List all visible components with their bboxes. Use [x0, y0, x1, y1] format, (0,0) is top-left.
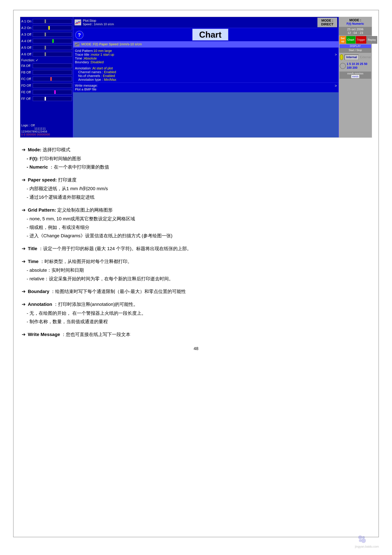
top-bar: Plot:Stop Speed : 1mm/s 10 s/cm MODE : D… — [73, 17, 338, 28]
mm-mn-label: mm/mn — [355, 72, 363, 75]
speed-circle — [340, 63, 346, 69]
annotation-1: - 无，在绘图的开始， 在一个警报器上火纸的一段长度上。 — [27, 309, 370, 317]
question-button[interactable]: ? — [75, 31, 84, 39]
mode-bar-text: MODE :F(t) Paper Speed 1mm/s-10 s/cm — [81, 42, 142, 46]
boundary-term: Boundary — [28, 289, 49, 294]
fa-label: FA Off — [21, 64, 33, 68]
boundary-value: Disabled — [91, 60, 104, 64]
grid-2: - 细或粗，例如，有或没有细分 — [27, 223, 370, 231]
grid-heading-text: Grid Pattern: 定义绘制在图上的网格图形 — [28, 206, 113, 214]
no-channels-label: No.of channels : — [78, 74, 103, 78]
datetime-date: 25 oct 2006 — [340, 28, 371, 31]
no-channels-value: Enabled — [103, 74, 115, 78]
fb-bar[interactable] — [33, 70, 72, 75]
grid-pattern-label: Grid Pattern: — [75, 49, 93, 52]
channel-a4-label: A 4 Off — [21, 39, 33, 43]
chart-button[interactable]: Chart — [346, 36, 356, 44]
channel-a4-bar[interactable] — [33, 39, 72, 43]
grid-1: - none, 5 mm, 10 mm或用其它整数设定定义网格区域 — [27, 215, 370, 223]
channel-a3-bar[interactable] — [33, 32, 72, 37]
speed-numbers-container: 1 5 10 20 25 50 100 200 — [347, 62, 367, 70]
trigger-button[interactable]: Trigger — [356, 36, 366, 44]
channel-a2-label: A 2 On — [21, 26, 33, 30]
paper-speed-arrow: ➔ — [22, 176, 26, 184]
annotation-label: Annotation : — [75, 66, 93, 70]
annotation-desc: ：打印时添加注释(annotation)的可能性。 — [54, 302, 138, 307]
display-label: DISPLAY — [340, 44, 371, 48]
replay-button[interactable]: Replay — [367, 36, 377, 44]
time-mode: Time :Absolute — [75, 57, 337, 60]
time-absolute: - absolute：实时时间和日期 — [27, 266, 370, 274]
paper-speed-1: - 内部额定进纸，从1 mm /h到200 mm/s — [27, 185, 370, 193]
trace-title-value: motor 1 start up — [91, 53, 114, 56]
annotation-value: At start of plot — [93, 66, 113, 70]
mode-ft-label: - F(t): — [27, 156, 39, 161]
grid-desc: 定义绘制在图上的网格图形 — [57, 207, 113, 212]
write-section: Write message: Plot a BMP file > — [73, 83, 338, 92]
boundary-heading-text: Boundary ：绘图结束时写下每个通道限制（最小-最大）和零点位置的可能性 — [28, 288, 186, 295]
fe-bar[interactable] — [33, 90, 72, 95]
time-mode-label: Time : — [75, 57, 84, 60]
channel-a1-bar[interactable] — [33, 19, 72, 23]
mm-s-label: mm/s — [351, 75, 359, 78]
channel-a2-bar[interactable] — [33, 26, 72, 30]
channel-a4: A 4 Off — [21, 38, 72, 44]
fd-bar[interactable] — [33, 83, 72, 88]
write-messages: Write message: Plot a BMP file — [75, 84, 98, 91]
channel-a6-label: A 6 Off — [21, 52, 33, 56]
channel-a5-bar[interactable] — [33, 45, 72, 50]
content-area: ➔ Mode: 选择打印模式 - F(t): 打印有时间轴的图形 - Numer… — [20, 146, 372, 352]
write-para: ➔ Write Message ：您也可直接在纸上写下一段文本 — [22, 331, 370, 338]
paper-speed-heading-row: ➔ Paper speed: 打印速度 — [22, 176, 370, 184]
channel-a5-label: A 5 Off — [21, 46, 33, 50]
grid-pattern: Grid Pattern:10 mm large — [75, 49, 337, 53]
boundary-heading-row: ➔ Boundary ：绘图结束时写下每个通道限制（最小-最大）和零点位置的可能… — [22, 288, 370, 295]
trace-title-label: Trace title : — [75, 53, 91, 56]
time-para: ➔ Time ：时标类型，从绘图开始对每个注释都打印。 - absolute：实… — [22, 258, 370, 283]
setup-button[interactable]: Set up — [340, 36, 346, 44]
title-desc: ：设定一个用于打印的标题 (最大 124 个字符)。标题将出现在纸张的上部。 — [39, 246, 192, 251]
write-term: Write Message — [28, 332, 60, 337]
annotation-type-row: Annotation type : Min/Max — [75, 78, 337, 81]
channel-a6-bar[interactable] — [33, 52, 72, 57]
time-heading-text: Time ：时标类型，从绘图开始对每个注释都打印。 — [28, 258, 132, 265]
speed-label: Speed : 1mm/s 10 s/cm — [83, 22, 114, 26]
mode-numeric-label: MODE : — [340, 18, 371, 22]
logic-bits3: 0 0 000000 00000000 — [21, 133, 72, 136]
start-stop-button[interactable]: Start / Stop — [340, 48, 371, 52]
plot-icon — [75, 19, 81, 25]
ff-bar[interactable] — [33, 96, 72, 101]
svg-point-5 — [361, 538, 366, 543]
write-arrow-sym: ➔ — [22, 331, 26, 338]
fc-bar[interactable] — [33, 77, 72, 81]
write-heading-row: ➔ Write Message ：您也可直接在纸上写下一段文本 — [22, 331, 370, 338]
fa-bar[interactable] — [33, 63, 72, 68]
chart-title-row: ? Chart — [73, 28, 338, 41]
paper-speed-term: Paper speed: — [28, 177, 57, 183]
center-panel: Plot:Stop Speed : 1mm/s 10 s/cm MODE : D… — [73, 17, 339, 138]
channel-fa: FA Off — [21, 63, 72, 69]
grid-arrow-sym: ➔ — [22, 206, 26, 214]
channel-fe: FE Off — [21, 89, 72, 95]
mode-ft-row: - F(t): 打印有时间轴的图形 — [27, 155, 370, 163]
trace-title: Trace title :motor 1 start up > — [75, 53, 337, 57]
mode-arrow: ➔ — [22, 146, 26, 154]
function-row[interactable]: Function: ✓ — [21, 58, 72, 62]
boundary-para: ➔ Boundary ：绘图结束时写下每个通道限制（最小-最大）和零点位置的可能… — [22, 288, 370, 295]
channel-fc: FC Off — [21, 76, 72, 82]
channel-a1: A 1 On — [21, 18, 72, 24]
mode-desc: 选择打印模式 — [43, 147, 70, 152]
channel-a3-label: A 3 Off — [21, 33, 33, 37]
mode-numeric-item-label: - Numeric — [27, 164, 48, 169]
mode-bar: MODE :F(t) Paper Speed 1mm/s-10 s/cm — [73, 41, 338, 48]
internal-button[interactable]: Internal — [345, 55, 359, 60]
channel-a1-label: A 1 On — [21, 19, 33, 23]
external-label: External — [360, 56, 371, 59]
ui-screenshot: A 1 On A 2 On A 3 Off A — [20, 17, 372, 138]
annotation-type-value: Min/Max — [104, 78, 116, 81]
annotation-term: Annotation — [28, 302, 52, 307]
time-arrow: ➔ — [22, 258, 26, 265]
channel-fd: FD Off — [21, 83, 72, 88]
title-term: Title — [28, 246, 37, 251]
internal-circle — [340, 54, 343, 60]
